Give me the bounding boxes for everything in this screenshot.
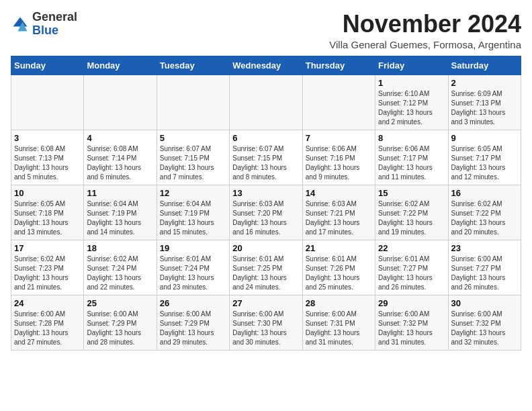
calendar-week-4: 17Sunrise: 6:02 AM Sunset: 7:23 PM Dayli… bbox=[11, 240, 521, 295]
day-number: 9 bbox=[451, 133, 518, 143]
logo-blue: Blue bbox=[32, 24, 58, 37]
calendar-cell: 6Sunrise: 6:07 AM Sunset: 7:15 PM Daylig… bbox=[230, 130, 302, 185]
day-info: Sunrise: 6:06 AM Sunset: 7:16 PM Dayligh… bbox=[306, 144, 372, 182]
calendar-cell: 7Sunrise: 6:06 AM Sunset: 7:16 PM Daylig… bbox=[302, 130, 375, 185]
title-section: November 2024 Villa General Guemes, Form… bbox=[329, 11, 521, 50]
day-number: 27 bbox=[232, 298, 299, 308]
day-info: Sunrise: 6:05 AM Sunset: 7:18 PM Dayligh… bbox=[14, 199, 81, 237]
calendar-cell: 20Sunrise: 6:01 AM Sunset: 7:25 PM Dayli… bbox=[230, 240, 302, 295]
day-number: 10 bbox=[14, 188, 81, 198]
month-title: November 2024 bbox=[329, 11, 521, 38]
calendar-cell: 18Sunrise: 6:02 AM Sunset: 7:24 PM Dayli… bbox=[84, 240, 157, 295]
day-info: Sunrise: 6:02 AM Sunset: 7:22 PM Dayligh… bbox=[451, 199, 518, 237]
day-info: Sunrise: 6:01 AM Sunset: 7:24 PM Dayligh… bbox=[160, 255, 226, 292]
day-info: Sunrise: 6:07 AM Sunset: 7:15 PM Dayligh… bbox=[232, 144, 299, 182]
calendar-cell bbox=[157, 75, 229, 130]
calendar-cell: 4Sunrise: 6:08 AM Sunset: 7:14 PM Daylig… bbox=[84, 130, 157, 185]
page-header: General Blue November 2024 Villa General… bbox=[11, 11, 521, 50]
day-info: Sunrise: 6:02 AM Sunset: 7:22 PM Dayligh… bbox=[378, 199, 445, 237]
day-number: 20 bbox=[232, 243, 299, 253]
day-info: Sunrise: 6:00 AM Sunset: 7:29 PM Dayligh… bbox=[87, 310, 153, 347]
day-info: Sunrise: 6:01 AM Sunset: 7:27 PM Dayligh… bbox=[378, 255, 445, 292]
day-number: 24 bbox=[14, 298, 81, 308]
day-info: Sunrise: 6:09 AM Sunset: 7:13 PM Dayligh… bbox=[451, 89, 518, 127]
day-number: 18 bbox=[87, 243, 153, 253]
day-info: Sunrise: 6:07 AM Sunset: 7:15 PM Dayligh… bbox=[160, 144, 226, 182]
calendar-cell: 5Sunrise: 6:07 AM Sunset: 7:15 PM Daylig… bbox=[157, 130, 229, 185]
day-number: 4 bbox=[87, 133, 153, 143]
svg-marker-0 bbox=[13, 17, 28, 26]
weekday-header-monday: Monday bbox=[84, 56, 157, 75]
day-number: 25 bbox=[87, 298, 153, 308]
day-number: 19 bbox=[160, 243, 226, 253]
calendar-cell: 17Sunrise: 6:02 AM Sunset: 7:23 PM Dayli… bbox=[11, 240, 84, 295]
calendar-cell: 22Sunrise: 6:01 AM Sunset: 7:27 PM Dayli… bbox=[375, 240, 448, 295]
logo: General Blue bbox=[11, 11, 77, 38]
calendar-cell: 14Sunrise: 6:03 AM Sunset: 7:21 PM Dayli… bbox=[302, 185, 375, 240]
calendar-cell: 1Sunrise: 6:10 AM Sunset: 7:12 PM Daylig… bbox=[375, 75, 448, 130]
day-info: Sunrise: 6:00 AM Sunset: 7:28 PM Dayligh… bbox=[14, 310, 81, 347]
calendar-cell: 21Sunrise: 6:01 AM Sunset: 7:26 PM Dayli… bbox=[302, 240, 375, 295]
calendar-cell: 2Sunrise: 6:09 AM Sunset: 7:13 PM Daylig… bbox=[448, 75, 521, 130]
weekday-header-wednesday: Wednesday bbox=[230, 56, 302, 75]
calendar-cell: 12Sunrise: 6:04 AM Sunset: 7:19 PM Dayli… bbox=[157, 185, 229, 240]
calendar-cell: 28Sunrise: 6:00 AM Sunset: 7:31 PM Dayli… bbox=[302, 295, 375, 350]
weekday-header-row: SundayMondayTuesdayWednesdayThursdayFrid… bbox=[11, 56, 521, 75]
day-info: Sunrise: 6:08 AM Sunset: 7:14 PM Dayligh… bbox=[87, 144, 153, 182]
day-number: 13 bbox=[232, 188, 299, 198]
day-number: 8 bbox=[378, 133, 445, 143]
calendar-cell bbox=[230, 75, 302, 130]
day-info: Sunrise: 6:06 AM Sunset: 7:17 PM Dayligh… bbox=[378, 144, 445, 182]
day-info: Sunrise: 6:00 AM Sunset: 7:27 PM Dayligh… bbox=[451, 255, 518, 292]
calendar-cell: 26Sunrise: 6:00 AM Sunset: 7:29 PM Dayli… bbox=[157, 295, 229, 350]
day-number: 2 bbox=[451, 78, 518, 88]
calendar-cell: 23Sunrise: 6:00 AM Sunset: 7:27 PM Dayli… bbox=[448, 240, 521, 295]
day-info: Sunrise: 6:00 AM Sunset: 7:29 PM Dayligh… bbox=[160, 310, 226, 347]
weekday-header-sunday: Sunday bbox=[11, 56, 84, 75]
calendar-cell: 16Sunrise: 6:02 AM Sunset: 7:22 PM Dayli… bbox=[448, 185, 521, 240]
day-number: 11 bbox=[87, 188, 153, 198]
day-number: 28 bbox=[306, 298, 372, 308]
day-number: 3 bbox=[14, 133, 81, 143]
calendar-cell: 19Sunrise: 6:01 AM Sunset: 7:24 PM Dayli… bbox=[157, 240, 229, 295]
calendar-cell: 24Sunrise: 6:00 AM Sunset: 7:28 PM Dayli… bbox=[11, 295, 84, 350]
calendar-cell: 13Sunrise: 6:03 AM Sunset: 7:20 PM Dayli… bbox=[230, 185, 302, 240]
calendar-week-2: 3Sunrise: 6:08 AM Sunset: 7:13 PM Daylig… bbox=[11, 130, 521, 185]
day-info: Sunrise: 6:00 AM Sunset: 7:30 PM Dayligh… bbox=[232, 310, 299, 347]
weekday-header-tuesday: Tuesday bbox=[157, 56, 229, 75]
weekday-header-saturday: Saturday bbox=[448, 56, 521, 75]
calendar-cell: 9Sunrise: 6:05 AM Sunset: 7:17 PM Daylig… bbox=[448, 130, 521, 185]
weekday-header-friday: Friday bbox=[375, 56, 448, 75]
calendar-week-1: 1Sunrise: 6:10 AM Sunset: 7:12 PM Daylig… bbox=[11, 75, 521, 130]
day-number: 6 bbox=[232, 133, 299, 143]
day-number: 23 bbox=[451, 243, 518, 253]
calendar-week-5: 24Sunrise: 6:00 AM Sunset: 7:28 PM Dayli… bbox=[11, 295, 521, 350]
day-info: Sunrise: 6:10 AM Sunset: 7:12 PM Dayligh… bbox=[378, 89, 445, 127]
day-number: 30 bbox=[451, 298, 518, 308]
calendar-week-3: 10Sunrise: 6:05 AM Sunset: 7:18 PM Dayli… bbox=[11, 185, 521, 240]
day-info: Sunrise: 6:08 AM Sunset: 7:13 PM Dayligh… bbox=[14, 144, 81, 182]
day-info: Sunrise: 6:02 AM Sunset: 7:23 PM Dayligh… bbox=[14, 255, 81, 292]
day-info: Sunrise: 6:03 AM Sunset: 7:21 PM Dayligh… bbox=[306, 199, 372, 237]
day-info: Sunrise: 6:05 AM Sunset: 7:17 PM Dayligh… bbox=[451, 144, 518, 182]
day-number: 7 bbox=[306, 133, 372, 143]
location-subtitle: Villa General Guemes, Formosa, Argentina bbox=[329, 39, 521, 50]
calendar-cell: 30Sunrise: 6:00 AM Sunset: 7:32 PM Dayli… bbox=[448, 295, 521, 350]
day-number: 16 bbox=[451, 188, 518, 198]
day-number: 17 bbox=[14, 243, 81, 253]
day-info: Sunrise: 6:00 AM Sunset: 7:32 PM Dayligh… bbox=[451, 310, 518, 347]
day-number: 15 bbox=[378, 188, 445, 198]
day-info: Sunrise: 6:04 AM Sunset: 7:19 PM Dayligh… bbox=[160, 199, 226, 237]
logo-icon bbox=[11, 15, 30, 34]
day-info: Sunrise: 6:01 AM Sunset: 7:26 PM Dayligh… bbox=[306, 255, 372, 292]
calendar-cell: 29Sunrise: 6:00 AM Sunset: 7:32 PM Dayli… bbox=[375, 295, 448, 350]
day-number: 5 bbox=[160, 133, 226, 143]
logo-text: General Blue bbox=[32, 11, 77, 38]
day-info: Sunrise: 6:03 AM Sunset: 7:20 PM Dayligh… bbox=[232, 199, 299, 237]
calendar-cell: 25Sunrise: 6:00 AM Sunset: 7:29 PM Dayli… bbox=[84, 295, 157, 350]
calendar-cell bbox=[302, 75, 375, 130]
calendar-cell: 15Sunrise: 6:02 AM Sunset: 7:22 PM Dayli… bbox=[375, 185, 448, 240]
day-number: 1 bbox=[378, 78, 445, 88]
calendar-cell: 8Sunrise: 6:06 AM Sunset: 7:17 PM Daylig… bbox=[375, 130, 448, 185]
logo-general: General bbox=[32, 10, 77, 24]
